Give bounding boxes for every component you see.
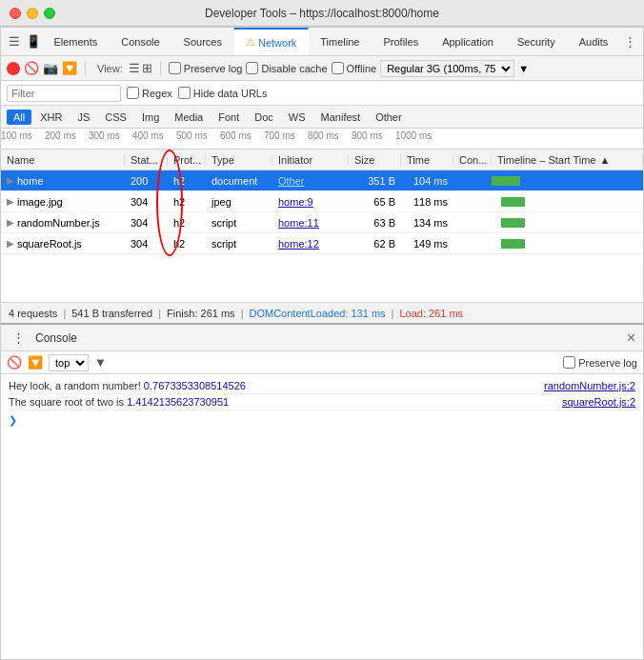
tab-console[interactable]: Console	[110, 28, 171, 55]
initiator-link[interactable]: home:9	[278, 196, 313, 208]
console-msg-text: Hey look, a random number! 0.76733533085…	[9, 380, 246, 391]
close-button[interactable]	[10, 8, 21, 19]
clear-button[interactable]: 🚫	[24, 61, 39, 75]
row-initiator: home:9	[272, 196, 349, 208]
table-body: ▶ home 200 h2 document Other 351 B 104 m…	[1, 170, 643, 254]
preserve-log-checkbox[interactable]	[169, 62, 181, 74]
initiator-link[interactable]: home:11	[278, 217, 319, 229]
console-filter-icon[interactable]: 🔽	[28, 355, 43, 370]
type-tab-ws[interactable]: WS	[282, 110, 312, 125]
initiator-link[interactable]: Other	[278, 175, 305, 187]
ban-icon[interactable]: 🚫	[7, 355, 22, 370]
filter-input[interactable]	[7, 85, 121, 102]
console-tab[interactable]: Console	[35, 331, 77, 345]
hide-data-checkbox[interactable]	[178, 87, 191, 99]
tab-timeline[interactable]: Timeline	[309, 28, 372, 55]
type-tab-js[interactable]: JS	[70, 110, 96, 125]
type-tab-font[interactable]: Font	[211, 110, 246, 125]
tab-profiles[interactable]: Profiles	[372, 28, 431, 55]
type-tab-other[interactable]: Other	[369, 110, 409, 125]
row-time: 149 ms	[401, 238, 453, 250]
tab-application[interactable]: Application	[431, 28, 506, 55]
minimize-button[interactable]	[27, 8, 38, 19]
table-row[interactable]: ▶ home 200 h2 document Other 351 B 104 m…	[1, 170, 643, 191]
view-label: View:	[97, 63, 123, 74]
tab-sources[interactable]: Sources	[172, 28, 234, 55]
row-timeline	[492, 170, 643, 190]
initiator-link[interactable]: home:12	[278, 238, 319, 250]
record-button[interactable]	[7, 62, 20, 75]
console-close-button[interactable]: ×	[627, 330, 635, 347]
level-dropdown-icon[interactable]: ▼	[94, 355, 107, 370]
timeline-tick-2: 300 ms	[89, 130, 120, 141]
title-bar: Developer Tools – https://localhost:8000…	[0, 0, 644, 27]
table-row[interactable]: ▶ squareRoot.js 304 h2 script home:12 62…	[1, 233, 643, 254]
row-name: ▶ randomNumber.js	[1, 217, 125, 229]
th-timeline[interactable]: Timeline – Start Time ▲	[492, 154, 643, 166]
throttle-arrow: ▼	[518, 63, 529, 74]
tab-network[interactable]: ⚠Network	[234, 28, 309, 55]
maximize-button[interactable]	[44, 8, 55, 19]
console-msg-text: The square root of two is 1.414213562373…	[9, 396, 229, 408]
console-msg-source[interactable]: squareRoot.js:2	[562, 396, 635, 408]
type-tab-img[interactable]: Img	[135, 110, 166, 125]
th-size[interactable]: Size	[349, 154, 401, 166]
hide-data-label: Hide data URLs	[193, 88, 268, 99]
log-level-select[interactable]: top	[49, 354, 89, 371]
type-tab-css[interactable]: CSS	[98, 110, 133, 125]
offline-checkbox[interactable]	[332, 62, 344, 74]
console-preserve-checkbox[interactable]	[563, 356, 575, 369]
row-name-text: squareRoot.js	[17, 238, 82, 250]
table-row[interactable]: ▶ randomNumber.js 304 h2 script home:11 …	[1, 212, 643, 233]
tab-security[interactable]: Security	[506, 28, 568, 55]
row-size: 65 B	[349, 196, 401, 208]
row-initiator: Other	[272, 175, 349, 187]
devtools-panel: ☰ 📱 Elements Console Sources ⚠Network Ti…	[0, 27, 644, 660]
console-menu-icon[interactable]: ⋮	[9, 329, 28, 348]
regex-checkbox[interactable]	[127, 87, 139, 99]
th-initiator[interactable]: Initiator	[272, 154, 349, 166]
inspect-icon[interactable]: ☰	[5, 32, 24, 51]
requests-count: 4 requests	[9, 308, 57, 319]
type-filter-bar: AllXHRJSCSSImgMediaFontDocWSManifestOthe…	[1, 106, 643, 129]
throttle-select[interactable]: Regular 3G (100ms, 75	[380, 60, 514, 77]
row-icon: ▶	[7, 238, 14, 249]
tab-audits[interactable]: Audits	[568, 28, 621, 55]
row-name-text: image.jpg	[17, 196, 63, 208]
separator	[85, 61, 86, 76]
console-section: ⋮ Console × 🚫 🔽 top ▼ Preserve log Hey l…	[1, 323, 643, 434]
list-view-icon[interactable]: ☰	[129, 61, 140, 75]
type-tab-manifest[interactable]: Manifest	[314, 110, 368, 125]
row-name-text: randomNumber.js	[17, 217, 100, 229]
table-row[interactable]: ▶ image.jpg 304 h2 jpeg home:9 65 B 118 …	[1, 191, 643, 212]
nav-tabs: Elements Console Sources ⚠Network Timeli…	[42, 28, 620, 55]
screenshot-button[interactable]: 📷	[43, 61, 58, 75]
timeline-tick-1: 200 ms	[45, 130, 76, 141]
type-tab-xhr[interactable]: XHR	[33, 110, 69, 125]
type-tab-all[interactable]: All	[7, 110, 31, 125]
disable-cache-group: Disable cache	[246, 62, 327, 74]
tab-elements[interactable]: Elements	[42, 28, 110, 55]
grid-view-icon[interactable]: ⊞	[142, 61, 152, 75]
table-header: Name Stat... Prot... Type Initiator Size…	[1, 150, 643, 170]
th-name[interactable]: Name	[1, 154, 125, 166]
console-message: Hey look, a random number! 0.76733533085…	[9, 378, 635, 394]
device-icon[interactable]: 📱	[24, 32, 43, 51]
row-type: script	[206, 238, 272, 250]
filter-icon[interactable]: 🔽	[62, 61, 77, 75]
disable-cache-checkbox[interactable]	[246, 62, 258, 74]
type-tab-media[interactable]: Media	[168, 110, 210, 125]
th-type[interactable]: Type	[206, 154, 272, 166]
preserve-log-group: Preserve log	[169, 62, 243, 74]
status-bar: 4 requests | 541 B transferred | Finish:…	[1, 302, 643, 323]
th-protocol[interactable]: Prot...	[168, 154, 206, 166]
timeline-tick-8: 900 ms	[352, 130, 383, 141]
th-connection[interactable]: Con...	[453, 154, 492, 166]
more-options-icon[interactable]: ⋮	[620, 32, 639, 51]
transferred-size: 541 B transferred	[71, 308, 152, 319]
th-status[interactable]: Stat...	[125, 154, 168, 166]
th-time[interactable]: Time	[401, 154, 453, 166]
row-name: ▶ home	[1, 175, 125, 187]
console-msg-source[interactable]: randomNumber.js:2	[544, 380, 635, 391]
type-tab-doc[interactable]: Doc	[248, 110, 280, 125]
